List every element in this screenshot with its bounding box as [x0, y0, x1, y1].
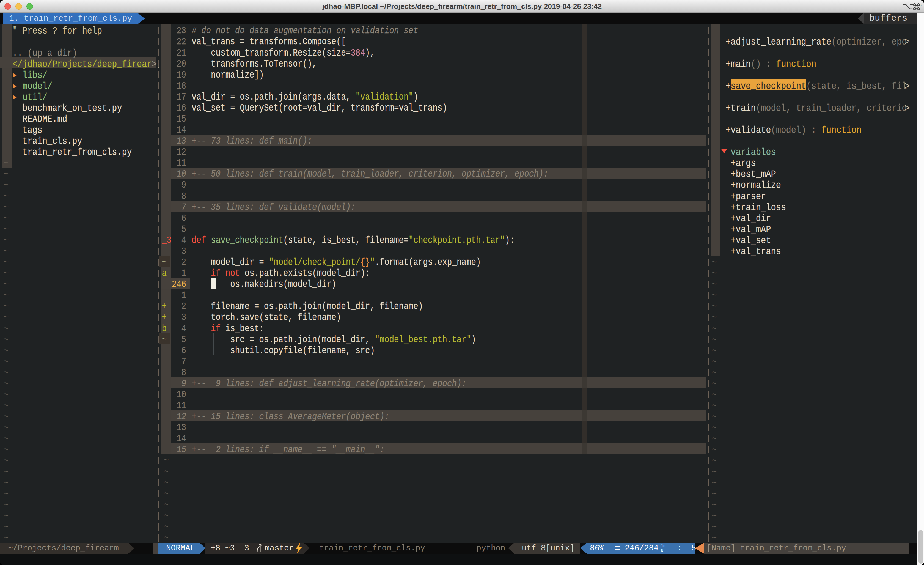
svg-text:1: 1 — [920, 3, 922, 10]
